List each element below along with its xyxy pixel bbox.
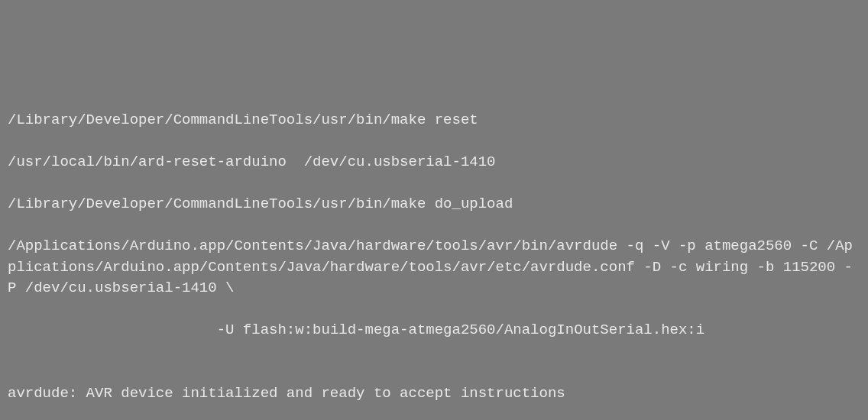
terminal-output: /Library/Developer/CommandLineTools/usr/… <box>8 89 860 420</box>
terminal-line: /usr/local/bin/ard-reset-arduino /dev/cu… <box>8 152 860 173</box>
terminal-line: avrdude: AVR device initialized and read… <box>8 383 860 405</box>
terminal-line: /Library/Developer/CommandLineTools/usr/… <box>8 194 860 215</box>
terminal-line: -U flash:w:build-mega-atmega2560/AnalogI… <box>8 320 860 341</box>
terminal-line: /Library/Developer/CommandLineTools/usr/… <box>8 110 860 131</box>
terminal-line: /Applications/Arduino.app/Contents/Java/… <box>8 236 860 299</box>
